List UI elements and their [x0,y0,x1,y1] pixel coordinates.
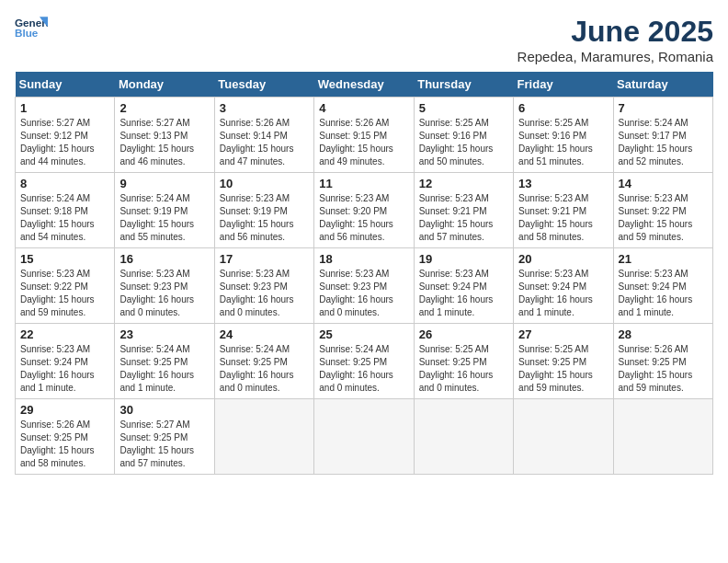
day-info: Sunrise: 5:23 AM Sunset: 9:21 PM Dayligh… [419,192,508,244]
day-number: 20 [518,252,608,266]
day-number: 28 [619,327,708,341]
day-info: Sunrise: 5:23 AM Sunset: 9:23 PM Dayligh… [220,268,309,319]
day-number: 25 [319,327,408,341]
calendar-cell: 16Sunrise: 5:23 AM Sunset: 9:23 PM Dayli… [115,248,214,324]
day-number: 6 [518,101,608,115]
day-number: 18 [319,252,408,266]
calendar-cell [613,399,712,475]
week-row-1: 1Sunrise: 5:27 AM Sunset: 9:12 PM Daylig… [16,98,713,173]
day-info: Sunrise: 5:23 AM Sunset: 9:22 PM Dayligh… [20,268,109,319]
calendar-cell: 11Sunrise: 5:23 AM Sunset: 9:20 PM Dayli… [314,173,414,248]
day-info: Sunrise: 5:27 AM Sunset: 9:25 PM Dayligh… [119,419,209,470]
calendar-cell: 17Sunrise: 5:23 AM Sunset: 9:23 PM Dayli… [214,248,313,324]
calendar-cell [414,399,513,475]
calendar-cell: 29Sunrise: 5:26 AM Sunset: 9:25 PM Dayli… [16,399,115,475]
calendar-cell [514,399,613,475]
calendar-cell: 10Sunrise: 5:23 AM Sunset: 9:19 PM Dayli… [214,173,313,248]
day-number: 27 [518,327,608,341]
calendar-cell: 4Sunrise: 5:26 AM Sunset: 9:15 PM Daylig… [314,98,414,173]
day-number: 10 [220,177,309,190]
day-number: 26 [419,327,508,341]
day-info: Sunrise: 5:24 AM Sunset: 9:18 PM Dayligh… [20,192,109,244]
day-number: 2 [119,101,209,115]
weekday-header-tuesday: Tuesday [214,72,313,98]
calendar-cell: 8Sunrise: 5:24 AM Sunset: 9:18 PM Daylig… [16,173,115,248]
calendar-cell: 14Sunrise: 5:23 AM Sunset: 9:22 PM Dayli… [613,173,712,248]
calendar-cell: 24Sunrise: 5:24 AM Sunset: 9:25 PM Dayli… [214,324,313,399]
day-info: Sunrise: 5:24 AM Sunset: 9:25 PM Dayligh… [319,343,408,395]
day-info: Sunrise: 5:23 AM Sunset: 9:23 PM Dayligh… [319,268,408,319]
calendar-cell: 25Sunrise: 5:24 AM Sunset: 9:25 PM Dayli… [314,324,414,399]
day-number: 7 [619,101,708,115]
calendar-cell: 5Sunrise: 5:25 AM Sunset: 9:16 PM Daylig… [414,98,513,173]
weekday-header-friday: Friday [514,72,613,98]
weekday-header-wednesday: Wednesday [314,72,414,98]
day-info: Sunrise: 5:25 AM Sunset: 9:25 PM Dayligh… [419,343,508,395]
day-number: 22 [20,327,109,341]
calendar-cell: 12Sunrise: 5:23 AM Sunset: 9:21 PM Dayli… [414,173,513,248]
calendar-cell: 30Sunrise: 5:27 AM Sunset: 9:25 PM Dayli… [115,399,214,475]
calendar-cell: 6Sunrise: 5:25 AM Sunset: 9:16 PM Daylig… [514,98,613,173]
day-info: Sunrise: 5:27 AM Sunset: 9:13 PM Dayligh… [119,117,209,168]
day-info: Sunrise: 5:23 AM Sunset: 9:20 PM Dayligh… [319,192,408,244]
day-number: 14 [619,177,708,190]
day-info: Sunrise: 5:26 AM Sunset: 9:15 PM Dayligh… [319,117,408,168]
day-number: 3 [220,101,309,115]
day-info: Sunrise: 5:23 AM Sunset: 9:22 PM Dayligh… [619,192,708,244]
calendar-title: June 2025 [518,15,713,49]
day-info: Sunrise: 5:23 AM Sunset: 9:24 PM Dayligh… [518,268,608,319]
day-number: 9 [119,177,209,190]
day-info: Sunrise: 5:24 AM Sunset: 9:25 PM Dayligh… [220,343,309,395]
day-info: Sunrise: 5:24 AM Sunset: 9:19 PM Dayligh… [119,192,209,244]
calendar-cell: 7Sunrise: 5:24 AM Sunset: 9:17 PM Daylig… [613,98,712,173]
svg-text:Blue: Blue [15,27,39,39]
weekday-header-sunday: Sunday [16,72,115,98]
day-number: 24 [220,327,309,341]
day-number: 1 [20,101,109,115]
weekday-header-monday: Monday [115,72,214,98]
calendar-cell: 27Sunrise: 5:25 AM Sunset: 9:25 PM Dayli… [514,324,613,399]
calendar-cell: 23Sunrise: 5:24 AM Sunset: 9:25 PM Dayli… [115,324,214,399]
day-info: Sunrise: 5:23 AM Sunset: 9:21 PM Dayligh… [518,192,608,244]
weekday-header-thursday: Thursday [414,72,513,98]
logo: General Blue [15,15,48,40]
day-info: Sunrise: 5:25 AM Sunset: 9:16 PM Dayligh… [419,117,508,168]
calendar-cell: 2Sunrise: 5:27 AM Sunset: 9:13 PM Daylig… [115,98,214,173]
calendar-cell [314,399,414,475]
day-number: 23 [119,327,209,341]
calendar-cell: 21Sunrise: 5:23 AM Sunset: 9:24 PM Dayli… [613,248,712,324]
day-info: Sunrise: 5:24 AM Sunset: 9:25 PM Dayligh… [119,343,209,395]
day-info: Sunrise: 5:23 AM Sunset: 9:24 PM Dayligh… [619,268,708,319]
calendar-cell: 19Sunrise: 5:23 AM Sunset: 9:24 PM Dayli… [414,248,513,324]
calendar-cell: 20Sunrise: 5:23 AM Sunset: 9:24 PM Dayli… [514,248,613,324]
calendar-cell: 18Sunrise: 5:23 AM Sunset: 9:23 PM Dayli… [314,248,414,324]
day-info: Sunrise: 5:23 AM Sunset: 9:19 PM Dayligh… [220,192,309,244]
day-info: Sunrise: 5:23 AM Sunset: 9:24 PM Dayligh… [419,268,508,319]
day-number: 8 [20,177,109,190]
day-info: Sunrise: 5:27 AM Sunset: 9:12 PM Dayligh… [20,117,109,168]
title-area: June 2025 Repedea, Maramures, Romania [518,15,713,64]
day-number: 11 [319,177,408,190]
day-info: Sunrise: 5:25 AM Sunset: 9:16 PM Dayligh… [518,117,608,168]
day-number: 4 [319,101,408,115]
calendar-table: SundayMondayTuesdayWednesdayThursdayFrid… [15,72,713,475]
day-number: 17 [220,252,309,266]
day-info: Sunrise: 5:26 AM Sunset: 9:14 PM Dayligh… [220,117,309,168]
day-info: Sunrise: 5:23 AM Sunset: 9:24 PM Dayligh… [20,343,109,395]
weekday-header-row: SundayMondayTuesdayWednesdayThursdayFrid… [16,72,713,98]
day-number: 16 [119,252,209,266]
day-number: 5 [419,101,508,115]
day-info: Sunrise: 5:23 AM Sunset: 9:23 PM Dayligh… [119,268,209,319]
day-info: Sunrise: 5:24 AM Sunset: 9:17 PM Dayligh… [619,117,708,168]
header: General Blue June 2025 Repedea, Maramure… [15,15,713,64]
week-row-4: 22Sunrise: 5:23 AM Sunset: 9:24 PM Dayli… [16,324,713,399]
day-info: Sunrise: 5:25 AM Sunset: 9:25 PM Dayligh… [518,343,608,395]
calendar-subtitle: Repedea, Maramures, Romania [518,49,713,64]
calendar-cell: 22Sunrise: 5:23 AM Sunset: 9:24 PM Dayli… [16,324,115,399]
day-number: 19 [419,252,508,266]
week-row-3: 15Sunrise: 5:23 AM Sunset: 9:22 PM Dayli… [16,248,713,324]
day-info: Sunrise: 5:26 AM Sunset: 9:25 PM Dayligh… [20,419,109,470]
weekday-header-saturday: Saturday [613,72,712,98]
day-number: 12 [419,177,508,190]
calendar-cell: 13Sunrise: 5:23 AM Sunset: 9:21 PM Dayli… [514,173,613,248]
